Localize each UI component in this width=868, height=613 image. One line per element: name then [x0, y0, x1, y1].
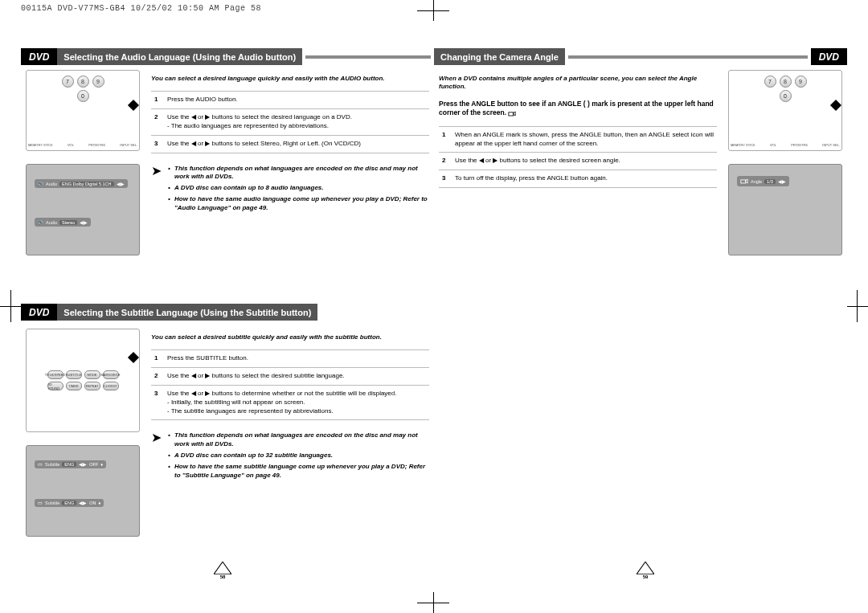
- step-text: Use the ◀ or ▶ buttons to determine whet…: [164, 386, 429, 420]
- remote-button: MARK/SRCH: [103, 370, 119, 379]
- remote-button: MODE: [84, 370, 100, 379]
- remote-key: 8: [77, 76, 89, 88]
- osd-bar: Angle 1/3 ◀▶: [737, 176, 789, 186]
- remote-label: VOL: [770, 143, 776, 147]
- screen-illustration: Angle 1/3 ◀▶: [728, 164, 842, 255]
- left-right-icon: ◀▶: [79, 462, 87, 467]
- step-text: Use the ◀ or ▶ buttons to select Stereo,…: [164, 135, 429, 153]
- step-text: Use the ◀ or ▶ buttons to select the des…: [452, 153, 717, 170]
- intro-text: When a DVD contains multiple angles of a…: [439, 75, 717, 92]
- remote-key: 7: [764, 76, 776, 88]
- step-num: 3: [439, 170, 452, 188]
- section-title: Changing the Camera Angle: [434, 48, 565, 65]
- note-item: How to have the same audio language come…: [168, 195, 429, 213]
- bold-instruction: Press the ANGLE button to see if an ANGL…: [439, 100, 717, 118]
- osd-bar: ▭SubtitleENG◀▶OFF♦: [35, 460, 106, 468]
- crop-mark: [10, 290, 11, 322]
- svg-rect-1: [741, 180, 746, 183]
- dvd-tag: DVD: [811, 48, 847, 65]
- page-number: 58: [214, 562, 231, 579]
- crop-mark: [857, 290, 858, 322]
- remote-label: MEMORY STICK: [28, 143, 53, 147]
- section-title: Selecting the Subtitle Language (Using t…: [57, 304, 317, 321]
- callout-arrow-icon: [128, 352, 139, 363]
- step-num: 3: [151, 135, 164, 153]
- notes-block: ➤ This function depends on what language…: [151, 431, 429, 482]
- steps-table: 1When an ANGLE mark is shown, press the …: [439, 126, 717, 188]
- pointer-icon: ➤: [151, 431, 162, 482]
- step-text: Press the SUBTITLE button.: [164, 350, 429, 368]
- remote-key: 0: [77, 90, 89, 102]
- step-text: Use the ◀ or ▶ buttons to select the des…: [164, 368, 429, 386]
- note-item: How to have the same subtitle language c…: [168, 463, 429, 480]
- remote-key: 8: [780, 76, 792, 88]
- step-text: Use the ◀ or ▶ buttons to select the des…: [164, 109, 429, 136]
- left-right-icon: ◀▶: [778, 178, 786, 184]
- steps-table: 1Press the SUBTITLE button. 2Use the ◀ o…: [151, 349, 429, 420]
- camera-angle-icon: [508, 110, 516, 117]
- subtitle-icon: ▭: [38, 501, 43, 505]
- steps-table: 1Press the AUDIO button. 2Use the ◀ or ▶…: [151, 91, 429, 153]
- dvd-tag: DVD: [21, 304, 57, 321]
- left-right-icon: ◀▶: [79, 501, 87, 505]
- section-titlebar-audio: DVD Selecting the Audio Language (Using …: [21, 48, 434, 65]
- osd-bar: 🔊AudioENG Dolby Digital 5.1CH◀▶: [35, 179, 128, 188]
- remote-button: TITLE/SPEED: [47, 370, 63, 379]
- step-text: When an ANGLE mark is shown, press the A…: [452, 126, 717, 153]
- section-titlebar-subtitle: DVD Selecting the Subtitle Language (Usi…: [21, 304, 434, 321]
- note-item: A DVD disc can contain up to 32 subtitle…: [168, 452, 429, 460]
- remote-illustration: TITLE/SPEED SUBTITLE MODE MARK/SRCH 3D S…: [26, 329, 140, 432]
- pointer-icon: ➤: [151, 165, 162, 215]
- print-header: 00115A DVD-V77MS-GB4 10/25/02 10:50 AM P…: [21, 4, 261, 13]
- remote-key: 9: [795, 76, 807, 88]
- remote-illustration: 789 0 MEMORY STICK VOL PROG/TRK INPUT SE…: [728, 70, 842, 151]
- dvd-tag: DVD: [21, 48, 57, 65]
- subtitle-icon: ▭: [38, 462, 43, 467]
- step-num: 2: [439, 153, 452, 170]
- crop-mark: [847, 306, 868, 307]
- up-down-icon: ♦: [99, 501, 101, 505]
- screen-illustration: 🔊AudioENG Dolby Digital 5.1CH◀▶ 🔊AudioSt…: [26, 164, 140, 255]
- remote-key: 7: [62, 76, 74, 88]
- section-title: Selecting the Audio Language (Using the …: [57, 48, 302, 65]
- remote-button: SUBTITLE: [66, 370, 82, 379]
- camera-angle-icon: [740, 178, 748, 185]
- remote-button: REPEAT: [84, 382, 100, 390]
- page-number: 59: [637, 562, 654, 579]
- remote-label: PROG/TRK: [88, 143, 105, 147]
- screen-illustration: ▭SubtitleENG◀▶OFF♦ ▭SubtitleENG◀▶ON♦: [26, 445, 140, 537]
- step-num: 1: [151, 350, 164, 368]
- note-item: This function depends on what languages …: [168, 165, 429, 182]
- step-text: To turn off the display, press the ANGLE…: [452, 170, 717, 188]
- speaker-icon: 🔊: [38, 182, 43, 186]
- step-num: 1: [439, 126, 452, 153]
- section-titlebar-angle: DVD Changing the Camera Angle: [434, 48, 847, 65]
- remote-key: 9: [92, 76, 104, 88]
- note-item: A DVD disc can contain up to 8 audio lan…: [168, 184, 429, 193]
- remote-key: 0: [780, 90, 792, 102]
- left-right-icon: ◀▶: [117, 181, 125, 186]
- left-right-icon: ◀▶: [80, 219, 88, 225]
- title-rule: [305, 55, 431, 59]
- remote-label: PROG/TRK: [791, 143, 808, 147]
- remote-button: TIMER: [66, 382, 82, 390]
- remote-button: CLR/RST: [103, 382, 119, 390]
- remote-illustration: 789 0 MEMORY STICK VOL PROG/TRK INPUT SE…: [26, 70, 140, 151]
- remote-label: MEMORY STICK: [731, 143, 755, 147]
- remote-label: VOL: [68, 143, 74, 147]
- step-num: 2: [151, 368, 164, 386]
- svg-rect-0: [509, 112, 514, 115]
- remote-label: INPUT SEL.: [822, 143, 840, 147]
- note-item: This function depends on what languages …: [168, 431, 429, 449]
- step-num: 1: [151, 92, 164, 109]
- crop-mark: [417, 603, 449, 603]
- intro-text: You can select a desired language quickl…: [151, 75, 429, 83]
- title-rule: [568, 55, 808, 59]
- speaker-icon: 🔊: [38, 220, 43, 225]
- step-num: 2: [151, 109, 164, 136]
- crop-mark: [417, 10, 449, 11]
- up-down-icon: ♦: [100, 462, 103, 467]
- osd-bar: ▭SubtitleENG◀▶ON♦: [35, 499, 104, 507]
- step-text: Press the AUDIO button.: [164, 92, 429, 109]
- notes-block: ➤ This function depends on what language…: [151, 165, 429, 215]
